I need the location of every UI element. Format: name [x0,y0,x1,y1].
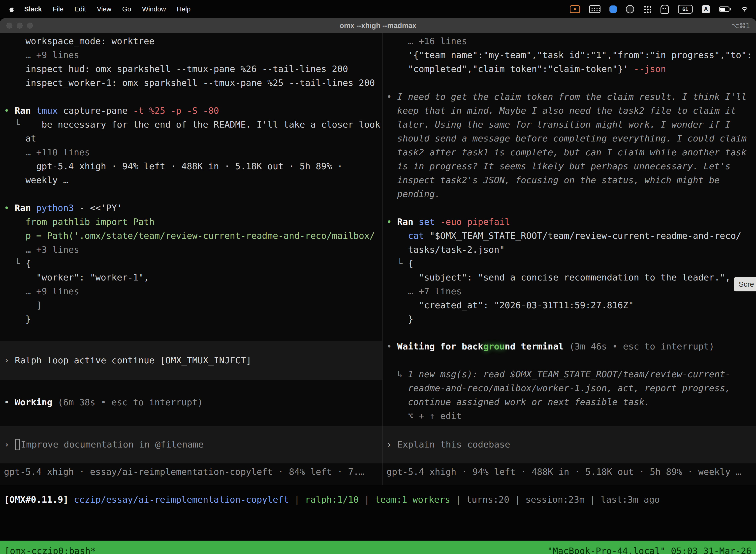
composer-placeholder: Explain this codebase [397,438,510,451]
terminal-line: • I need to get the claim token from the… [386,90,756,104]
text-segment: Waiting for back [397,341,483,351]
terminal-line: … +7 lines [386,284,756,298]
right-pane[interactable]: … +16 lines '{"team_name":"my-team","tas… [382,33,756,485]
text-segment: … +3 lines [4,244,79,255]
text-segment: be necessary for the end of the README. … [25,119,380,129]
terminal-line: is in progress? It seems likely but perh… [386,159,756,173]
text-segment: • [386,341,397,351]
text-segment: ⌥ + ↑ edit [386,411,461,421]
text-segment: | [359,494,375,505]
text-segment: Ran [15,106,31,116]
apple-menu[interactable] [7,5,19,13]
text-segment: ralph:1/10 [305,494,359,505]
text-segment: - <<'PY' [74,203,122,213]
text-segment: • [386,217,397,227]
terminal-line: inspect_worker-1: omx sparkshell --tmux-… [4,76,382,90]
text-segment: task2 after task1 is complete, but can I… [386,147,747,157]
text-segment: python3 [36,203,74,213]
dark-circle-app-icon[interactable] [626,5,634,13]
keyboard-icon[interactable] [589,5,601,13]
text-segment: [OMX#0.11.9] [4,494,68,505]
screen-recording-icon[interactable] [570,5,580,13]
right-composer[interactable]: ›Explain this codebase [382,426,756,463]
left-composer[interactable]: ›Improve documentation in @filename [0,426,382,463]
terminal-line: task2 after task1 is complete, but can I… [386,146,756,159]
percentage-badge[interactable]: 61 [678,5,693,14]
text-segment: … +9 lines [4,286,79,296]
text-segment: └ [4,119,25,129]
text-segment: ] [4,300,42,310]
text-segment: • [4,106,15,116]
terminal-line: '{"team_name":"my-team","task_id":"1","f… [386,48,756,62]
ghost-app-icon[interactable] [660,5,669,14]
terminal-line: } [386,312,756,326]
terminal-line: • Ran set -euo pipefail [386,215,756,229]
text-segment: continue assigned work or next feasible … [386,397,650,407]
menu-go[interactable]: Go [117,5,137,13]
text-segment: "completed","claim_token":"claim-token"}… [386,64,634,74]
omx-status-line: [OMX#0.11.9] cczip/essay/ai-reimplementa… [0,485,756,541]
text-segment: cat [408,231,424,241]
menu-window[interactable]: Window [137,5,171,13]
zoom-button[interactable] [27,22,33,29]
wifi-icon[interactable] [740,6,749,13]
wifi-glyph [740,6,749,13]
right-model-footer: gpt-5.4 xhigh · 94% left · 488K in · 5.1… [386,465,741,479]
text-segment: "$OMX_TEAM_STATE_ROOT/team/review-curren… [424,231,741,241]
text-segment: … +110 lines [4,147,90,157]
right-waiting-status: • Waiting for background terminal (3m 46… [386,340,714,353]
text-segment: └ [386,258,408,269]
terminal-line: cat "$OMX_TEAM_STATE_ROOT/team/review-cu… [386,229,756,243]
battery-icon[interactable] [719,6,731,12]
text-segment: • [4,203,15,213]
input-source-icon[interactable]: A [702,5,710,13]
tmux-status-bar: [omx-cczip0:bash* "MacBook-Pro-44.local"… [0,541,756,554]
left-injected-prompt[interactable]: ›Ralph loop active continue [OMX_TMUX_IN… [0,341,382,380]
terminal-line: └ { [386,257,756,271]
text-segment: | [289,494,305,505]
terminal-line [386,201,756,215]
terminal-line: "created_at": "2026-03-31T11:59:27.816Z" [386,298,756,312]
text-segment [435,217,440,227]
terminal: workspace_mode: worktree … +9 lines insp… [0,33,756,485]
text-segment: capture-pane [58,106,133,116]
terminal-line: inspect task2's JSON, focusing on the st… [386,173,756,187]
text-segment: gpt-5.4 xhigh · 94% left · 488K in · 5.1… [4,161,342,171]
text-segment: at [4,133,36,144]
blue-app-icon[interactable] [610,5,617,13]
text-segment: pending. [386,189,440,199]
text-segment: "worker": "worker-1", [4,272,149,282]
text-segment: weekly … [4,175,68,185]
terminal-line: … +9 lines [4,284,382,298]
menu-view[interactable]: View [91,5,117,13]
minimize-button[interactable] [17,22,22,29]
left-working-status: • Working (6m 38s • esc to interrupt) [4,395,203,409]
text-segment: … +16 lines [386,36,467,46]
tmux-session-window: [omx-cczip0:bash* [4,546,96,554]
text-segment: p = Path('.omx/state/team/review-current… [4,231,375,241]
terminal-line: ⌥ + ↑ edit [386,409,731,423]
app-menu-slack[interactable]: Slack [19,5,47,13]
text-segment: from pathlib import Path [4,217,154,227]
terminal-line: pending. [386,187,756,201]
close-button[interactable] [6,22,12,29]
terminal-line: p = Path('.omx/state/team/review-current… [4,229,382,243]
menu-edit[interactable]: Edit [69,5,91,13]
dots-grid-icon[interactable] [643,5,651,13]
menu-file[interactable]: File [47,5,69,13]
apple-icon [8,5,15,13]
left-pane[interactable]: workspace_mode: worktree … +9 lines insp… [0,33,382,485]
composer-placeholder: Improve documentation in @filename [21,438,204,451]
window-titlebar[interactable]: omx --xhigh --madmax ⌥⌘1 [0,18,756,33]
text-segment: later. Using the same for transition mig… [386,119,731,129]
menu-help[interactable]: Help [171,5,196,13]
screen: Slack File Edit View Go Window Help 61 A [0,0,756,554]
clipped-notification[interactable]: Scre [734,277,756,291]
right-scrollback: … +16 lines '{"team_name":"my-team","tas… [386,34,756,326]
text-segment: { [408,258,414,269]
terminal-line: inspect_hud: omx sparkshell --tmux-pane … [4,62,382,76]
terminal-line: "subject": "send a concise recommendatio… [386,271,756,284]
battery-nub [730,8,731,10]
terminal-line: weekly … [4,173,382,187]
menu-bar-status-icons: 61 A [570,5,749,14]
